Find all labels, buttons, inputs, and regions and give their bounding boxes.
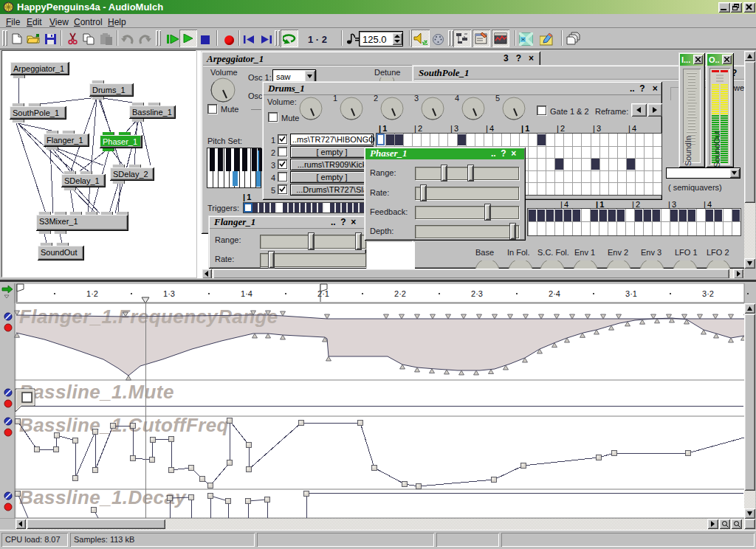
svg-text:1·2: 1·2 xyxy=(86,289,98,298)
svg-text:Bassline_1.CutoffFreq: Bassline_1.CutoffFreq xyxy=(19,414,229,436)
svg-text:2·4: 2·4 xyxy=(549,289,560,298)
svg-text:1·3: 1·3 xyxy=(163,289,175,298)
svg-text:1·4: 1·4 xyxy=(241,289,252,298)
svg-text:2·3: 2·3 xyxy=(471,289,483,298)
svg-text:Bassline_1.Decay: Bassline_1.Decay xyxy=(19,486,187,508)
svg-text:3·1: 3·1 xyxy=(625,289,637,298)
svg-text:3·2: 3·2 xyxy=(702,289,714,298)
svg-text:Bassline_1.Mute: Bassline_1.Mute xyxy=(19,381,174,403)
svg-text:2·2: 2·2 xyxy=(394,289,406,298)
